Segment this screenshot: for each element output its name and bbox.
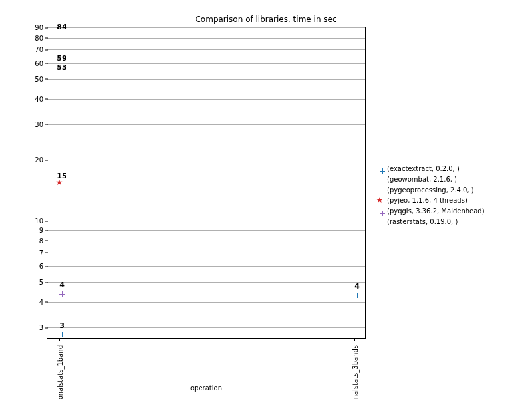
legend-item: (geowombat, 2.1.6, ) <box>372 174 485 184</box>
legend-item: ★(pyjeo, 1.1.6, 4 threads) <box>372 195 485 205</box>
gridline <box>47 266 365 267</box>
y-tick-label: 90 <box>35 24 47 31</box>
legend-item: (pygeoprocessing, 2.4.0, ) <box>372 184 485 195</box>
legend-label: (pyqgis, 3.36.2, Maidenhead) <box>387 207 485 215</box>
data-label: 15 <box>57 172 66 180</box>
gridline <box>47 38 365 39</box>
legend-item: (exactextract, 0.2.0, ) <box>372 163 485 174</box>
legend-marker: ★ <box>372 197 387 204</box>
x-tick-mark <box>354 338 355 341</box>
gridline <box>47 49 365 50</box>
chart-title: Comparison of libraries, time in sec <box>0 15 532 24</box>
legend-label: (rasterstats, 0.19.0, ) <box>387 218 458 225</box>
y-tick-label: 6 <box>39 263 47 270</box>
gridline <box>47 63 365 64</box>
gridline <box>47 327 365 328</box>
legend-label: (pygeoprocessing, 2.4.0, ) <box>387 186 474 194</box>
y-tick-label: 60 <box>35 59 47 66</box>
gridline <box>47 241 365 241</box>
figure: { "chart_data": { "type": "scatter", "ti… <box>0 0 532 399</box>
axes-area: 3456789102030405060708090zonalstats_1ban… <box>47 27 366 339</box>
x-tick-mark <box>59 338 60 341</box>
legend-label: (geowombat, 2.1.6, ) <box>387 176 457 183</box>
data-label: 59 <box>57 53 66 62</box>
y-tick-label: 40 <box>35 95 47 102</box>
data-label: 53 <box>57 63 66 72</box>
data-label: 84 <box>57 23 66 31</box>
gridline <box>47 253 365 253</box>
gridline <box>47 124 365 125</box>
gridline <box>47 27 365 28</box>
y-tick-label: 9 <box>39 227 47 234</box>
y-tick-label: 70 <box>35 46 47 53</box>
gridline <box>47 302 365 303</box>
data-label: 4 <box>354 281 360 290</box>
y-tick-label: 20 <box>35 156 47 164</box>
gridline <box>47 282 365 283</box>
legend-item: (rasterstats, 0.19.0, ) <box>372 216 485 227</box>
y-tick-label: 50 <box>35 75 47 82</box>
data-label: 3 <box>59 321 65 329</box>
y-tick-label: 30 <box>35 120 47 128</box>
gridline <box>47 230 365 231</box>
gridline <box>47 221 365 221</box>
y-tick-label: 4 <box>39 298 47 305</box>
y-tick-label: 3 <box>39 324 47 331</box>
legend-item: (pyqgis, 3.36.2, Maidenhead) <box>372 205 485 216</box>
gridline <box>47 99 365 100</box>
legend-label: (pyjeo, 1.1.6, 4 threads) <box>387 197 467 204</box>
y-tick-label: 8 <box>39 237 47 244</box>
gridline <box>47 160 365 160</box>
gridline <box>47 79 365 80</box>
data-label: 4 <box>59 281 65 289</box>
y-tick-label: 10 <box>35 217 47 225</box>
x-axis-label: operation <box>47 384 366 392</box>
legend: (exactextract, 0.2.0, )(geowombat, 2.1.6… <box>372 163 485 227</box>
y-tick-label: 5 <box>39 279 47 286</box>
y-tick-label: 7 <box>39 249 47 256</box>
legend-label: (exactextract, 0.2.0, ) <box>387 165 460 172</box>
y-tick-label: 80 <box>35 34 47 41</box>
